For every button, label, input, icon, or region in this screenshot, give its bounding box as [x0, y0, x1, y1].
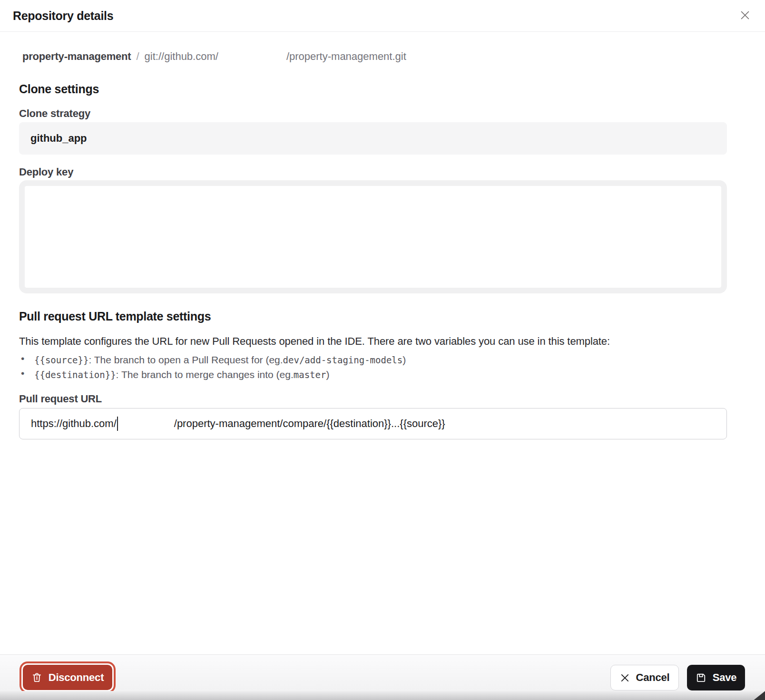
remote-url-prefix: git://github.com/	[145, 50, 218, 63]
repo-name: property-management	[22, 50, 131, 63]
close-button[interactable]	[737, 8, 753, 23]
save-label: Save	[713, 671, 737, 684]
modal-title: Repository details	[13, 9, 113, 23]
remote-url-suffix: /property-management.git	[286, 50, 406, 63]
redacted-org-gap	[118, 424, 174, 424]
url-value-prefix: https://github.com/	[31, 418, 117, 430]
save-button[interactable]: Save	[687, 665, 745, 690]
list-item: {{destination}}: The branch to merge cha…	[19, 367, 406, 382]
pull-request-url-input[interactable]: https://github.com/ /property-management…	[19, 408, 727, 439]
destination-variable-close: )	[326, 369, 329, 380]
destination-variable-text: : The branch to merge changes into (eg.	[116, 369, 294, 380]
destination-variable-example: master	[294, 369, 326, 380]
pr-template-description: This template configures the URL for new…	[19, 335, 742, 348]
source-variable-example: dev/add-staging-models	[283, 355, 403, 365]
modal-header: Repository details	[0, 0, 765, 32]
destination-variable-code: {{destination}}	[34, 369, 116, 380]
mouse-cursor-artifact	[753, 690, 765, 700]
pull-request-url-label: Pull request URL	[19, 393, 102, 405]
breadcrumb: property-management / git://github.com/ …	[22, 50, 406, 63]
page-bottom-edge	[0, 691, 765, 700]
cancel-x-icon	[620, 673, 630, 683]
deploy-key-textarea[interactable]	[19, 180, 727, 293]
close-icon	[740, 10, 750, 22]
save-floppy-icon	[696, 672, 706, 683]
cancel-label: Cancel	[636, 671, 670, 684]
trash-icon	[31, 672, 42, 683]
pr-template-variables-list: {{source}}: The branch to open a Pull Re…	[19, 352, 406, 382]
url-value-suffix: /property-management/compare/{{destinati…	[174, 418, 445, 430]
clone-strategy-label: Clone strategy	[19, 107, 90, 120]
list-item: {{source}}: The branch to open a Pull Re…	[19, 352, 406, 367]
disconnect-label: Disconnect	[49, 671, 104, 684]
clone-strategy-input[interactable]: github_app	[19, 122, 727, 155]
disconnect-button[interactable]: Disconnect	[23, 665, 112, 690]
breadcrumb-separator: /	[136, 50, 139, 63]
clone-settings-heading: Clone settings	[19, 82, 99, 96]
source-variable-close: )	[402, 354, 406, 366]
cancel-button[interactable]: Cancel	[610, 665, 679, 690]
deploy-key-label: Deploy key	[19, 166, 73, 178]
source-variable-text: : The branch to open a Pull Request for …	[88, 354, 283, 366]
redacted-org-name	[218, 57, 286, 57]
source-variable-code: {{source}}	[34, 355, 88, 365]
pr-template-heading: Pull request URL template settings	[19, 310, 211, 323]
clone-strategy-value: github_app	[30, 132, 87, 145]
